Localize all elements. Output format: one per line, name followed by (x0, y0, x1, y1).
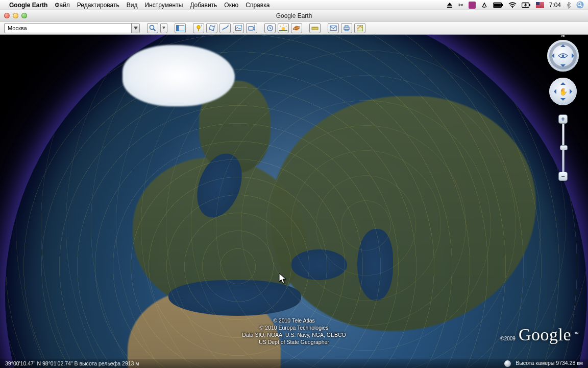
svg-point-14 (197, 25, 201, 29)
menu-extra-charge-icon[interactable] (522, 2, 531, 8)
ruler-icon (311, 25, 318, 32)
menu-extra-input-flag[interactable] (536, 2, 544, 8)
status-bar: 39°00'10.47" N 98°01'02.74" В высота рел… (0, 359, 588, 368)
svg-rect-13 (177, 25, 179, 31)
camera-icon: + (248, 25, 255, 32)
search-input[interactable] (5, 25, 131, 31)
menu-add[interactable]: Добавить (190, 2, 217, 9)
view-in-maps-button[interactable] (354, 23, 365, 33)
pointer-coordinates: 39°00'10.47" N 98°01'02.74" В высота рел… (5, 360, 139, 366)
svg-rect-2 (502, 4, 503, 6)
north-indicator[interactable]: N (547, 35, 579, 38)
svg-text:+: + (240, 25, 242, 28)
planets-button[interactable] (291, 23, 302, 33)
chevron-down-icon (134, 27, 138, 30)
menu-extra-app-icon[interactable] (469, 2, 476, 9)
svg-line-26 (280, 26, 281, 27)
menu-extra-spotlight-icon[interactable] (576, 1, 584, 9)
ruler-button[interactable] (309, 23, 321, 33)
sea (357, 229, 393, 301)
globe[interactable] (5, 35, 587, 368)
look-compass[interactable]: N (547, 40, 579, 72)
printer-icon (343, 25, 350, 32)
envelope-icon (330, 25, 337, 31)
menu-help[interactable]: Справка (246, 2, 270, 9)
zoom-in-button[interactable]: + (558, 114, 568, 124)
menu-tools[interactable]: Инструменты (144, 2, 183, 9)
magnifier-icon (149, 25, 156, 32)
svg-rect-6 (529, 4, 530, 6)
menu-extra-antenna-icon[interactable] (481, 2, 488, 9)
planet-icon (293, 25, 300, 32)
window-titlebar[interactable]: Google Earth (0, 10, 588, 21)
svg-point-4 (512, 7, 513, 8)
svg-text:+: + (201, 25, 202, 28)
svg-line-11 (154, 29, 156, 31)
add-polygon-button[interactable]: + (206, 23, 217, 33)
svg-point-41 (562, 55, 565, 57)
window-title: Google Earth (0, 12, 588, 19)
hand-icon: ✋ (549, 78, 577, 105)
zoom-control: + − (558, 114, 568, 181)
search-button[interactable] (147, 23, 158, 33)
maps-icon (356, 25, 363, 32)
svg-point-10 (150, 25, 154, 29)
svg-rect-21 (249, 27, 253, 30)
search-field[interactable] (4, 23, 140, 33)
record-tour-button[interactable]: + (246, 23, 257, 33)
pan-control[interactable]: ✋ (549, 78, 577, 105)
sunlight-button[interactable] (278, 23, 289, 33)
menu-view[interactable]: Вид (127, 2, 138, 9)
clock-icon (266, 25, 274, 32)
eye-altitude: Высота камеры 9734.28 км (516, 360, 583, 366)
chevron-down-icon (162, 27, 165, 29)
svg-point-24 (282, 27, 285, 30)
landmass (271, 96, 536, 331)
print-button[interactable] (341, 23, 352, 33)
toggle-sidebar-button[interactable] (175, 23, 186, 33)
zoom-slider-thumb[interactable] (560, 145, 568, 150)
svg-rect-38 (345, 26, 348, 27)
svg-text:+: + (254, 25, 255, 27)
menu-edit[interactable]: Редактировать (77, 2, 119, 9)
svg-text:+: + (214, 25, 215, 28)
app-toolbar: + + + + + (0, 21, 588, 35)
history-imagery-button[interactable] (264, 23, 276, 33)
zoom-out-button[interactable]: − (558, 172, 568, 181)
menu-extra-wifi-icon[interactable] (508, 2, 517, 8)
sea (291, 249, 347, 280)
earth-viewport[interactable]: N ✋ + − © 2010 Tele Atlas © 20 (0, 35, 588, 368)
svg-text:+: + (227, 25, 229, 28)
svg-rect-0 (469, 2, 476, 9)
menu-extra-battery-icon[interactable] (493, 2, 503, 8)
svg-point-7 (577, 2, 584, 9)
menu-extra-scissors-icon[interactable]: ✂ (458, 2, 463, 9)
add-image-overlay-button[interactable]: + (233, 23, 244, 33)
add-placemark-button[interactable]: + (193, 23, 204, 33)
polygon-icon: + (208, 25, 215, 32)
pushpin-icon: + (195, 25, 202, 32)
status-right: Высота камеры 9734.28 км (504, 360, 583, 367)
add-path-button[interactable]: + (219, 23, 231, 33)
menu-window[interactable]: Окно (224, 2, 238, 9)
mac-menubar: Google Earth Файл Редактировать Вид Инст… (0, 0, 588, 10)
sidebar-icon (176, 25, 184, 31)
svg-rect-3 (494, 4, 501, 7)
email-button[interactable] (328, 23, 339, 33)
menu-file[interactable]: Файл (55, 2, 70, 9)
ice-sheet (122, 45, 235, 106)
menu-extra-bluetooth-icon[interactable] (566, 2, 571, 9)
sun-icon (279, 25, 287, 32)
search-history-dropdown[interactable] (131, 24, 139, 33)
svg-line-27 (286, 26, 287, 27)
menu-extra-eject-icon[interactable] (446, 2, 453, 8)
navigation-controls: N ✋ + − (545, 40, 581, 181)
zoom-slider[interactable] (562, 124, 565, 172)
app-menu[interactable]: Google Earth (9, 2, 47, 9)
menubar-clock[interactable]: 7:04 (549, 2, 561, 9)
image-overlay-icon: + (235, 25, 242, 32)
eye-icon (547, 40, 579, 72)
flag-us-icon (536, 2, 544, 8)
streaming-indicator-icon (504, 360, 511, 367)
search-options-dropdown[interactable] (160, 23, 167, 33)
